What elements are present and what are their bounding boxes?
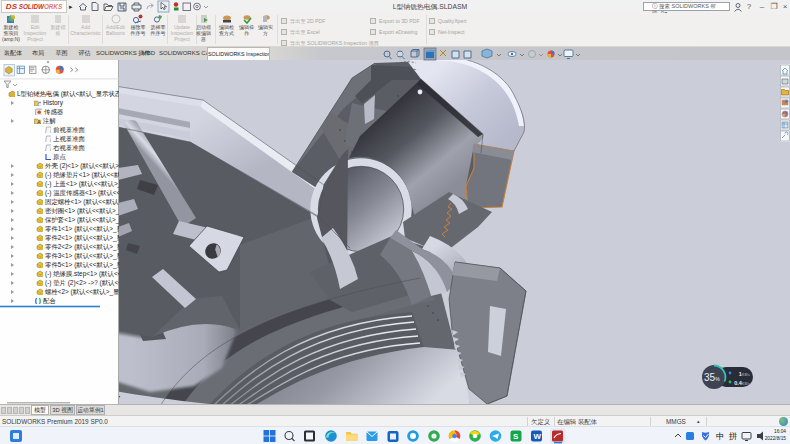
svg-text:W: W (534, 432, 542, 441)
svg-text:拼: 拼 (728, 431, 738, 441)
svg-text:中: 中 (716, 431, 725, 441)
svg-text:A: A (37, 119, 41, 124)
svg-text:S: S (513, 432, 519, 441)
